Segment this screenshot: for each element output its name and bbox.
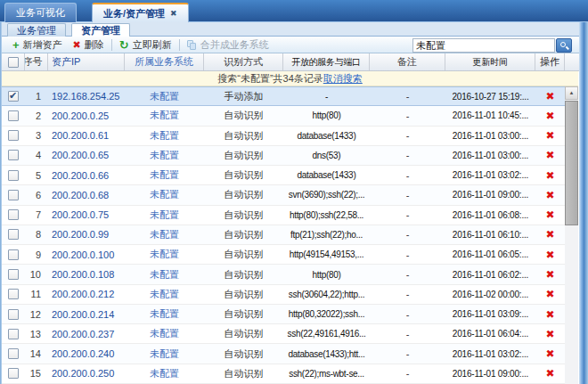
row-checkbox[interactable] — [8, 190, 19, 200]
row-select-cell[interactable] — [2, 225, 25, 244]
table-row[interactable]: 6 200.200.0.68 未配置 自动识别 svn(3690);ssh(22… — [2, 185, 565, 205]
row-system[interactable]: 未配置 — [125, 265, 204, 283]
table-row[interactable]: 12 200.200.0.214 未配置 自动识别 http(80,32022)… — [2, 305, 565, 324]
row-select-cell[interactable] — [2, 285, 25, 304]
delete-row-icon[interactable]: ✖ — [545, 130, 554, 141]
row-select-cell[interactable] — [2, 206, 25, 225]
delete-button[interactable]: ✖ 删除 — [68, 37, 110, 53]
delete-row-icon[interactable]: ✖ — [545, 348, 554, 359]
table-row[interactable]: 13 200.200.0.237 未配置 自动识别 ssh(22,49161,4… — [2, 324, 565, 344]
row-select-cell[interactable] — [2, 305, 25, 323]
row-checkbox[interactable] — [8, 150, 19, 160]
header-system[interactable]: 所属业务系统 — [125, 53, 204, 70]
row-ip[interactable]: 200.200.0.250 — [48, 364, 125, 383]
delete-row-icon[interactable]: ✖ — [545, 269, 554, 280]
row-checkbox[interactable] — [8, 348, 19, 359]
tab-business-management[interactable]: 业务管理 — [7, 23, 66, 37]
row-system[interactable]: 未配置 — [125, 225, 204, 244]
table-row[interactable]: 2 200.200.0.25 未配置 自动识别 http(80) - 2016-… — [2, 106, 565, 126]
row-system[interactable]: 未配置 — [125, 344, 204, 363]
close-icon[interactable]: ✖ — [170, 10, 177, 18]
delete-row-icon[interactable]: ✖ — [545, 170, 554, 181]
row-checkbox[interactable] — [8, 368, 19, 379]
table-row[interactable]: 4 200.200.0.65 未配置 自动识别 dns(53) - 2016-1… — [2, 146, 565, 166]
row-checkbox[interactable] — [8, 229, 19, 240]
header-remark[interactable]: 备注 — [370, 53, 445, 70]
row-system[interactable]: 未配置 — [125, 305, 204, 323]
vertical-scrollbar[interactable]: ▲ — [565, 86, 578, 384]
header-services[interactable]: 开放的服务与端口 — [283, 53, 370, 70]
search-button[interactable] — [556, 38, 572, 53]
row-ip[interactable]: 200.200.0.65 — [48, 146, 125, 165]
row-checkbox[interactable] — [8, 269, 19, 280]
refresh-button[interactable]: ↻ 立即刷新 — [114, 37, 177, 53]
row-ip[interactable]: 200.200.0.68 — [48, 185, 125, 204]
search-input[interactable] — [412, 38, 555, 53]
row-select-cell[interactable] — [2, 166, 25, 184]
row-system[interactable]: 未配置 — [125, 185, 204, 204]
row-ip[interactable]: 200.200.0.100 — [48, 245, 125, 264]
row-checkbox[interactable] — [8, 309, 19, 320]
delete-row-icon[interactable]: ✖ — [545, 229, 554, 240]
row-ip[interactable]: 200.200.0.237 — [48, 324, 125, 343]
delete-row-icon[interactable]: ✖ — [545, 150, 554, 160]
header-ip[interactable]: 资产IP — [48, 53, 125, 70]
row-select-cell[interactable] — [2, 87, 25, 105]
row-checkbox[interactable] — [8, 289, 19, 299]
row-checkbox[interactable] — [8, 329, 19, 339]
delete-row-icon[interactable]: ✖ — [545, 249, 554, 260]
row-select-cell[interactable] — [2, 127, 25, 145]
cancel-search-link[interactable]: 取消搜索 — [323, 73, 363, 84]
row-select-cell[interactable] — [2, 324, 25, 343]
table-row[interactable]: 8 200.200.0.99 未配置 自动识别 ftp(21);ssh(22);… — [2, 225, 565, 245]
tab-asset-management[interactable]: 资产管理 — [71, 23, 130, 37]
row-checkbox[interactable] — [8, 249, 19, 260]
row-system[interactable]: 未配置 — [125, 127, 204, 145]
row-ip[interactable]: 192.168.254.25 — [48, 87, 125, 105]
row-select-cell[interactable] — [2, 265, 25, 283]
row-system[interactable]: 未配置 — [125, 324, 204, 343]
row-select-cell[interactable] — [2, 245, 25, 264]
table-row[interactable]: 10 200.200.0.108 未配置 自动识别 http(80) - 201… — [2, 265, 565, 284]
row-checkbox[interactable] — [8, 170, 19, 181]
row-ip[interactable]: 200.200.0.25 — [48, 106, 125, 125]
row-ip[interactable]: 200.200.0.99 — [48, 225, 125, 244]
scroll-up-button[interactable]: ▲ — [565, 86, 578, 100]
tab-business-visualization[interactable]: 业务可视化 — [4, 3, 77, 22]
row-checkbox[interactable] — [8, 110, 19, 121]
row-system[interactable]: 未配置 — [125, 245, 204, 264]
row-checkbox[interactable] — [8, 91, 19, 102]
row-checkbox[interactable] — [8, 130, 19, 141]
delete-row-icon[interactable]: ✖ — [545, 289, 554, 299]
table-row[interactable]: 7 200.200.0.75 未配置 自动识别 http(80);ssh(22,… — [2, 206, 565, 225]
row-system[interactable]: 未配置 — [125, 364, 204, 383]
row-ip[interactable]: 200.200.0.66 — [48, 166, 125, 184]
header-method[interactable]: 识别方式 — [204, 53, 283, 70]
row-select-cell[interactable] — [2, 344, 25, 363]
table-row[interactable]: 3 200.200.0.61 未配置 自动识别 database(1433) -… — [2, 127, 565, 146]
row-checkbox[interactable] — [8, 209, 19, 220]
delete-row-icon[interactable]: ✖ — [545, 91, 554, 102]
delete-row-icon[interactable]: ✖ — [545, 190, 554, 200]
add-asset-button[interactable]: + 新增资产 — [7, 37, 68, 53]
delete-row-icon[interactable]: ✖ — [545, 110, 554, 121]
delete-row-icon[interactable]: ✖ — [545, 309, 554, 320]
header-action[interactable]: 操作 — [535, 53, 565, 70]
header-select-all[interactable] — [2, 53, 25, 70]
header-num[interactable]: 序号 — [25, 53, 48, 70]
row-system[interactable]: 未配置 — [125, 146, 204, 165]
tab-business-asset-management[interactable]: 业务/资产管理 ✖ — [92, 3, 189, 22]
row-select-cell[interactable] — [2, 185, 25, 204]
row-select-cell[interactable] — [2, 146, 25, 165]
row-ip[interactable]: 200.200.0.214 — [48, 305, 125, 323]
table-row[interactable]: 9 200.200.0.100 未配置 自动识别 http(49154,4915… — [2, 245, 565, 265]
row-ip[interactable]: 200.200.0.108 — [48, 265, 125, 283]
delete-row-icon[interactable]: ✖ — [545, 368, 554, 379]
row-system[interactable]: 未配置 — [125, 106, 204, 125]
table-row[interactable]: 15 200.200.0.250 未配置 自动识别 ssh(22);ms-wbt… — [2, 364, 565, 384]
select-all-checkbox[interactable] — [8, 57, 19, 68]
table-row[interactable]: 11 200.200.0.212 未配置 自动识别 ssh(30604,22);… — [2, 285, 565, 305]
row-system[interactable]: 未配置 — [125, 87, 204, 105]
row-ip[interactable]: 200.200.0.61 — [48, 127, 125, 145]
row-system[interactable]: 未配置 — [125, 285, 204, 304]
